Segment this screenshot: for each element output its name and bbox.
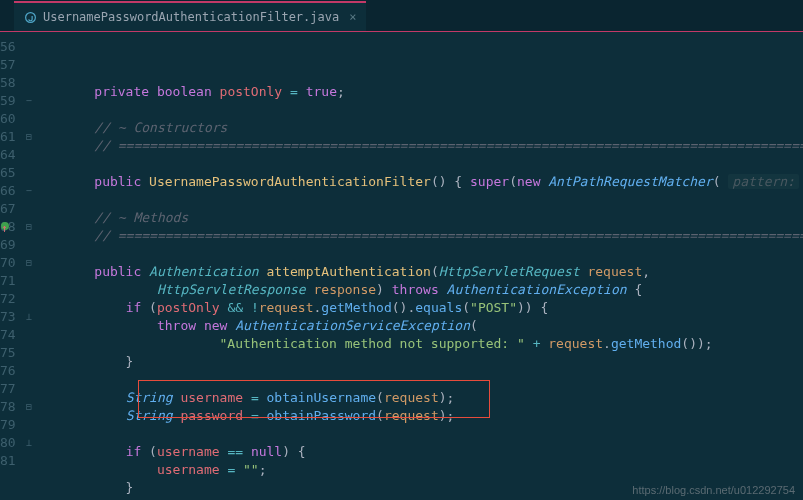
line-number-gutter: 5657585960616465666768697071727374757677…	[0, 32, 26, 500]
line-number: 66	[0, 182, 26, 200]
line-number: 72	[0, 290, 26, 308]
code-editor[interactable]: ↑ 56575859606164656667686970717273747576…	[0, 32, 803, 500]
code-line[interactable]: String password = obtainPassword(request…	[32, 407, 803, 425]
code-line[interactable]: HttpServletResponse response) throws Aut…	[32, 281, 803, 299]
arrow-icon: ↑	[1, 220, 8, 238]
line-number: 81	[0, 452, 26, 470]
code-line[interactable]: // ~ Constructors	[32, 119, 803, 137]
line-number: 56	[0, 38, 26, 56]
line-number: 73	[0, 308, 26, 326]
line-number: 65	[0, 164, 26, 182]
line-number: 70	[0, 254, 26, 272]
code-line[interactable]: throw new AuthenticationServiceException…	[32, 317, 803, 335]
code-line[interactable]	[32, 245, 803, 263]
code-line[interactable]: "Authentication method not supported: " …	[32, 335, 803, 353]
line-number: 75	[0, 344, 26, 362]
code-line[interactable]: if (username == null) {	[32, 443, 803, 461]
java-file-icon	[24, 11, 37, 24]
code-line[interactable]	[32, 425, 803, 443]
file-tab[interactable]: UsernamePasswordAuthenticationFilter.jav…	[14, 1, 366, 31]
line-number: 78	[0, 398, 26, 416]
line-number: 76	[0, 362, 26, 380]
watermark: https://blog.csdn.net/u012292754	[632, 484, 795, 496]
line-number: 64	[0, 146, 26, 164]
code-line[interactable]: // ~ Methods	[32, 209, 803, 227]
code-line[interactable]	[32, 101, 803, 119]
code-line[interactable]	[32, 191, 803, 209]
code-line[interactable]	[32, 155, 803, 173]
code-line[interactable]: public Authentication attemptAuthenticat…	[32, 263, 803, 281]
line-number: 77	[0, 380, 26, 398]
code-line[interactable]: public UsernamePasswordAuthenticationFil…	[32, 173, 803, 191]
line-number: 59	[0, 92, 26, 110]
line-number: 74	[0, 326, 26, 344]
code-area[interactable]: private boolean postOnly = true; // ~ Co…	[32, 32, 803, 500]
tab-bar: UsernamePasswordAuthenticationFilter.jav…	[0, 0, 803, 32]
code-line[interactable]: username = "";	[32, 461, 803, 479]
code-line[interactable]: // =====================================…	[32, 227, 803, 245]
line-number: 57	[0, 56, 26, 74]
line-number: 61	[0, 128, 26, 146]
line-number: 60	[0, 110, 26, 128]
code-line[interactable]	[32, 371, 803, 389]
tab-filename: UsernamePasswordAuthenticationFilter.jav…	[43, 10, 339, 24]
line-number: 71	[0, 272, 26, 290]
code-line[interactable]: String username = obtainUsername(request…	[32, 389, 803, 407]
code-line[interactable]: // =====================================…	[32, 137, 803, 155]
close-icon[interactable]: ×	[349, 10, 356, 24]
line-number: 58	[0, 74, 26, 92]
line-number: 67	[0, 200, 26, 218]
line-number: 69	[0, 236, 26, 254]
code-line[interactable]: private boolean postOnly = true;	[32, 83, 803, 101]
code-line[interactable]: }	[32, 353, 803, 371]
code-line[interactable]: if (postOnly && !request.getMethod().equ…	[32, 299, 803, 317]
line-number: 80	[0, 434, 26, 452]
line-number: 79	[0, 416, 26, 434]
